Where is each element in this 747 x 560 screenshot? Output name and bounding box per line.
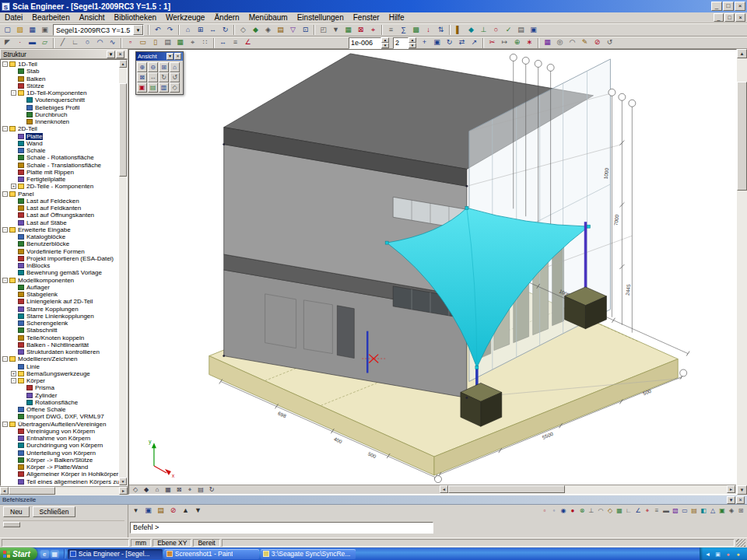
mdi-minimize-button[interactable]: _	[714, 13, 724, 22]
panel-pin-icon[interactable]: ▾	[727, 496, 735, 504]
tree-item-1d-teil[interactable]: -1D-Teil	[1, 61, 119, 68]
collapse-icon[interactable]: -	[2, 126, 8, 131]
units-icon[interactable]: ▭	[680, 506, 689, 516]
collapse-icon[interactable]: -	[2, 61, 8, 67]
tree-item-teile-knoten-koppeln[interactable]: Teile/Knoten koppeln	[1, 334, 119, 341]
collapse-icon[interactable]: -	[2, 191, 8, 197]
check-icon[interactable]: ✓	[503, 25, 514, 36]
tree-item-innenknoten[interactable]: Innenknoten	[1, 118, 119, 125]
scrollbar-thumb[interactable]	[448, 485, 565, 493]
copy-icon[interactable]: ▣	[431, 37, 443, 48]
collapse-icon[interactable]: -	[2, 227, 8, 233]
zoom-all-icon[interactable]: ⌂	[182, 25, 194, 36]
model-toggle-icon[interactable]: ◧	[699, 506, 708, 516]
taskbar-task-3-seagate-sync-syncre[interactable]: 3:\Seagate Sync\SyncRe...	[261, 549, 356, 559]
collapse-icon[interactable]: -	[11, 378, 16, 383]
tree-item-bewehrung-gemäß-vorlage[interactable]: Bewehrung gemäß Vorlage	[1, 269, 119, 276]
collapse-icon[interactable]: -	[11, 90, 16, 96]
ortho-icon[interactable]: ∟	[624, 506, 633, 516]
tree-item-allgemeiner-körper-in-hohlkörper[interactable]: Allgemeiner Körper in Hohlkörper	[1, 471, 119, 478]
tree-item-körper-platte-wand[interactable]: Körper -> Platte/Wand	[1, 464, 119, 471]
3d-model-scene[interactable]: 698 400 500 5500 500 1000 7000 2445 1000	[129, 50, 736, 485]
polar-icon[interactable]: ∠	[633, 506, 643, 516]
workspace-icon[interactable]: ▣	[717, 506, 727, 516]
view-z-icon[interactable]: ▥	[159, 82, 169, 93]
tree-item-prisma[interactable]: Prisma	[1, 384, 119, 391]
hinge-icon[interactable]: ○	[490, 25, 502, 36]
tree-item-stabgelenk[interactable]: Stabgelenk	[1, 291, 119, 298]
tree-item-schale-rotationsfläche[interactable]: Schale - Rotationsfläche	[1, 154, 119, 161]
tree-item-scherengelenk[interactable]: Scherengelenk	[1, 320, 119, 327]
tree-item-last-auf-feldecken[interactable]: Last auf Feldecken	[1, 198, 119, 205]
befehlszeile-header[interactable]: Befehlszeile ▾ ×	[0, 495, 747, 505]
precision-field[interactable]: ▲▼	[349, 37, 389, 49]
polyline-tool-icon[interactable]: ∟	[69, 37, 81, 48]
tree-vertical-scrollbar[interactable]: ▲ ▼	[119, 60, 127, 485]
join-icon[interactable]: ⊕	[511, 37, 523, 48]
tree-item-starre-kopplungen[interactable]: Starre Kopplungen	[1, 306, 119, 313]
combo-dropdown-icon[interactable]: ▼	[133, 25, 143, 35]
osnap-center-icon[interactable]: ◉	[559, 506, 568, 516]
load-cases-icon[interactable]: ↓	[423, 25, 434, 36]
tree-item-1d-teil-komponenten[interactable]: -1D-Teil-Komponenten	[1, 89, 119, 96]
collapse-icon[interactable]: -	[2, 356, 8, 362]
support-icon[interactable]: ⊥	[478, 25, 489, 36]
tree-item-modellkomponenten[interactable]: -Modellkomponenten	[1, 277, 119, 284]
volume-icon[interactable]: ◄	[704, 551, 711, 558]
regen-icon[interactable]: ↺	[604, 37, 615, 48]
annotation-scale-icon[interactable]: △	[708, 506, 717, 516]
antivirus-icon[interactable]: ●	[724, 551, 731, 558]
scrollbar-thumb[interactable]	[9, 487, 55, 495]
ucs-icon[interactable]: ⌖	[184, 485, 195, 494]
tree-horizontal-scrollbar[interactable]: ◄ ►	[0, 486, 128, 495]
report-icon[interactable]: ▤	[515, 25, 527, 36]
tree-item-körper-balken-stütze[interactable]: Körper -> Balken/Stütze	[1, 457, 119, 464]
tree-item-inblocks[interactable]: InBlocks	[1, 262, 119, 269]
project-combo[interactable]: Segel1-2009RC3 Y=1.5 ▼	[53, 24, 144, 36]
minimize-button[interactable]: _	[711, 2, 722, 11]
layer-icon[interactable]: ▤	[195, 485, 206, 494]
menu-ansicht[interactable]: Ansicht	[75, 13, 110, 22]
scroll-up-icon[interactable]: ▲	[119, 60, 127, 68]
scroll-down-icon[interactable]: ▼	[737, 485, 747, 495]
clipping-box-icon[interactable]: ⊡	[300, 25, 311, 36]
tree-item-vordefinierte-formen[interactable]: Vordefinierte Formen	[1, 248, 119, 255]
spin-up-icon[interactable]: ▲	[381, 37, 389, 43]
raster-icon[interactable]: ▦	[174, 37, 186, 48]
spin-up-icon[interactable]: ▲	[409, 37, 416, 43]
tree-item-bemaßungswerkzeuge[interactable]: +Bemaßungswerkzeuge	[1, 370, 119, 377]
tree-item-rotationsfläche[interactable]: Rotationsfläche	[1, 399, 119, 406]
redo-icon[interactable]: ↷	[164, 25, 176, 36]
tree-item-panel[interactable]: -Panel	[1, 191, 119, 198]
tree-item-durchdringung-von-körpern[interactable]: Durchdringung von Körpern	[1, 442, 119, 449]
expand-icon[interactable]: +	[11, 371, 16, 376]
array-icon[interactable]: ▦	[542, 37, 553, 48]
previous-view-icon[interactable]: ↺	[170, 72, 180, 82]
osnap-intersection-icon[interactable]: ⊗	[577, 506, 587, 516]
tree-item-2d-teil[interactable]: -2D-Teil	[1, 125, 119, 132]
erase-icon[interactable]: ⊘	[591, 37, 603, 48]
render-toggle-icon[interactable]: ◆	[141, 485, 152, 494]
calculation-icon[interactable]: ∑	[398, 25, 409, 36]
fullscreen-icon[interactable]: ⊞	[736, 506, 745, 516]
tree-item-balken[interactable]: Balken	[1, 75, 119, 82]
resize-grip[interactable]	[736, 539, 745, 547]
schliessen-button[interactable]: Schließen	[33, 506, 76, 517]
plate-select-icon[interactable]: ▱	[39, 37, 51, 48]
viewport[interactable]: Ansicht ▾ × ⊕⊖⊞⌂⊠↔↻↺▣▤▥◇	[128, 49, 737, 495]
annotate-icon[interactable]: ✎	[579, 37, 591, 48]
show-desktop-icon[interactable]: ▦	[51, 550, 59, 558]
menu-fenster[interactable]: Fenster	[349, 13, 384, 22]
selection-icon[interactable]: ◰	[317, 25, 329, 36]
move-icon[interactable]: +	[419, 37, 430, 48]
zoom-in-icon[interactable]: ⊕	[137, 62, 147, 72]
cross-section-icon[interactable]: ▌	[453, 25, 465, 36]
tree-item-zylinder[interactable]: Zylinder	[1, 392, 119, 399]
measure-icon[interactable]: ∠	[242, 37, 254, 48]
tree-item-körper[interactable]: -Körper	[1, 377, 119, 384]
material-icon[interactable]: ◆	[465, 25, 477, 36]
neu-button[interactable]: Neu	[3, 506, 30, 517]
properties-icon[interactable]: ≡	[385, 25, 397, 36]
scroll-left-icon[interactable]: ◄	[0, 487, 9, 495]
scale-icon[interactable]: ↗	[468, 37, 480, 48]
